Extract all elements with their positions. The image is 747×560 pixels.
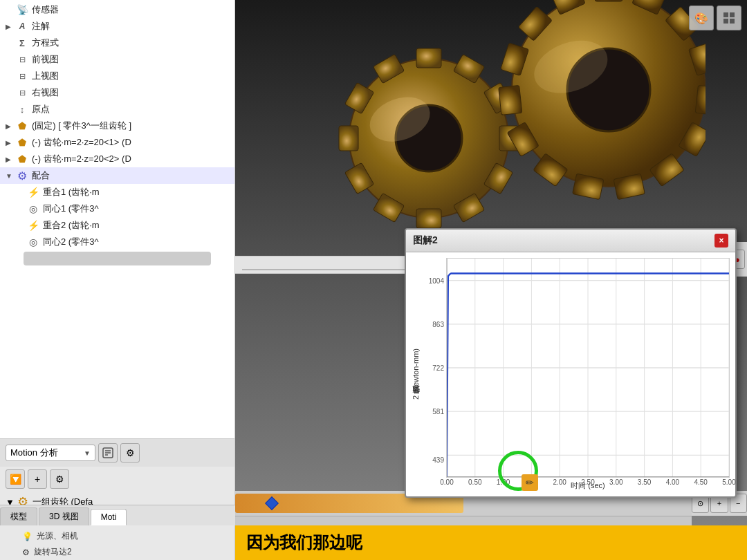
- front-view-icon: ⊟: [15, 53, 29, 66]
- x-tick-3.0: 3.00: [609, 477, 622, 486]
- sidebar-item-concentric1[interactable]: ◎ 同心1 (零件3^: [0, 200, 234, 217]
- sidebar-item-label-gear2: (-) 齿轮·m=2·z=20<2> (D: [32, 153, 131, 165]
- svg-rect-6: [416, 48, 441, 68]
- arrow-gear2: ▶: [6, 156, 15, 163]
- right-view-icon: ⊟: [15, 86, 29, 100]
- tab-3dview[interactable]: 3D 视图: [39, 507, 89, 525]
- motor-icon: ⚙: [22, 548, 30, 557]
- sensor-icon: 📡: [15, 3, 29, 17]
- sidebar-item-equation[interactable]: Σ 方程式: [0, 35, 234, 51]
- sidebar-item-front-view[interactable]: ⊟ 前视图: [0, 51, 234, 68]
- tab-motion-label: Moti: [101, 512, 117, 522]
- sidebar-item-annotation[interactable]: ▶ A 注解: [0, 18, 234, 35]
- sidebar-item-right-view[interactable]: ⊟ 右视图: [0, 84, 234, 101]
- origin-icon: ↕: [15, 102, 29, 116]
- status-bar: 因为我们那边呢: [235, 525, 747, 560]
- annotation-icon: A: [15, 19, 29, 33]
- color-picker-button[interactable]: 🎨: [689, 6, 714, 30]
- sidebar-item-coincident1[interactable]: ⚡ 重合1 (齿轮·m: [0, 184, 234, 200]
- x-tick-4.0: 4.00: [666, 477, 679, 486]
- y-tick-722: 722: [423, 364, 447, 372]
- chart-canvas: 1004 863 722 581 439 0.00 0.50 1.00 1.50…: [446, 258, 730, 478]
- fixed-part-icon: ⬟: [15, 119, 29, 133]
- chart-title: 图解2: [413, 234, 714, 247]
- filter-button[interactable]: 🔽: [6, 469, 25, 489]
- tab-bar: 模型 3D 视图 Moti: [0, 505, 235, 525]
- svg-rect-21: [595, 0, 622, 1]
- view-options-button[interactable]: [717, 6, 741, 30]
- x-tick-5.0: 5.00: [722, 477, 735, 486]
- concentric1-icon: ◎: [26, 202, 40, 216]
- tab-model[interactable]: 模型: [0, 507, 37, 525]
- y-tick-581: 581: [423, 408, 447, 416]
- app-window: 📡 传感器 ▶ A 注解 Σ 方程式 ⊟ 前视图: [0, 0, 747, 560]
- svg-rect-41: [730, 19, 735, 24]
- sub-item-light[interactable]: 💡 光源、相机: [0, 528, 234, 544]
- x-tick-1.0: 1.00: [497, 477, 510, 486]
- gear1-icon: ⬟: [15, 136, 29, 149]
- chevron-down-icon: ▼: [84, 449, 91, 457]
- x-tick-0: 0.00: [440, 477, 453, 486]
- sidebar-item-fixed-part[interactable]: ▶ ⬟ (固定) [ 零件3^一组齿轮 ]: [0, 118, 234, 134]
- x-tick-1.5: 1.50: [525, 477, 538, 486]
- sidebar-item-label-annotation: 注解: [32, 20, 50, 32]
- chart-popup: 图解2 × 马达力矩2 (newton-mm) 1004 863 722 581…: [405, 228, 737, 498]
- sidebar-item-label-match-group: 配合: [32, 169, 50, 182]
- sidebar-item-label-front-view: 前视图: [32, 53, 59, 66]
- sidebar-item-label-fixed-part: (固定) [ 零件3^一组齿轮 ]: [32, 120, 131, 132]
- sidebar-item-label-coincident1: 重合1 (齿轮·m: [43, 186, 100, 198]
- filter-add-button[interactable]: +: [28, 469, 47, 489]
- sidebar-item-concentric2[interactable]: ◎ 同心2 (零件3^: [0, 234, 234, 250]
- motion-selector-row: Motion 分析 ▼ ⚙: [0, 439, 234, 467]
- settings-button[interactable]: ⚙: [120, 443, 140, 463]
- motion-dropdown[interactable]: Motion 分析 ▼: [6, 445, 95, 461]
- sidebar-item-sensors[interactable]: 📡 传感器: [0, 1, 234, 18]
- svg-rect-39: [730, 12, 735, 17]
- sidebar-item-label-top-view: 上视图: [32, 70, 59, 82]
- tab-motion[interactable]: Moti: [91, 509, 127, 525]
- content-area: 📡 传感器 ▶ A 注解 Σ 方程式 ⊟ 前视图: [0, 0, 747, 560]
- concentric2-icon: ◎: [26, 235, 40, 249]
- sidebar-item-label-concentric2: 同心2 (零件3^: [43, 236, 99, 248]
- filter-settings-button[interactable]: ⚙: [50, 469, 69, 489]
- gear2-icon: ⬟: [15, 152, 29, 166]
- tab-3dview-label: 3D 视图: [49, 512, 79, 521]
- arrow-match-group: ▼: [6, 172, 15, 180]
- status-text: 因为我们那边呢: [246, 532, 362, 554]
- svg-rect-40: [723, 19, 728, 24]
- x-tick-3.5: 3.50: [638, 477, 651, 486]
- equation-icon: Σ: [15, 36, 29, 50]
- sidebar-item-origin[interactable]: ↕ 原点: [0, 101, 234, 118]
- chart-body: 马达力矩2 (newton-mm) 1004 863 722 581 439 0…: [406, 252, 735, 496]
- timeline-scrollbar[interactable]: [235, 516, 692, 525]
- sidebar-item-gear1[interactable]: ▶ ⬟ (-) 齿轮·m=2·z=20<1> (D: [0, 134, 234, 151]
- y-tick-439: 439: [423, 456, 447, 463]
- svg-rect-38: [723, 12, 728, 17]
- chart-line-svg: [447, 259, 729, 477]
- light-icon: 💡: [22, 532, 33, 541]
- viewport-toolbar: 🎨: [689, 6, 741, 30]
- sidebar: 📡 传感器 ▶ A 注解 Σ 方程式 ⊟ 前视图: [0, 0, 235, 560]
- top-view-icon: ⊟: [15, 69, 29, 83]
- sub-item-motor[interactable]: ⚙ 旋转马达2: [0, 544, 234, 560]
- sidebar-item-label-coincident2: 重合2 (齿轮·m: [43, 219, 100, 232]
- sidebar-item-top-view[interactable]: ⊟ 上视图: [0, 68, 234, 84]
- coincident1-icon: ⚡: [26, 185, 40, 199]
- grid-icon: [722, 11, 736, 25]
- sidebar-item-gear2[interactable]: ▶ ⬟ (-) 齿轮·m=2·z=20<2> (D: [0, 151, 234, 167]
- sidebar-item-label-gear1: (-) 齿轮·m=2·z=20<1> (D: [32, 136, 131, 149]
- sidebar-item-label-equation: 方程式: [32, 37, 59, 49]
- sidebar-scrollbar[interactable]: [24, 252, 211, 265]
- calculate-button[interactable]: [98, 443, 118, 463]
- calculate-icon: [102, 447, 113, 458]
- viewport: 🎨 ◀ ▶ ● 15 秒 20 秒: [235, 0, 747, 560]
- x-tick-4.5: 4.50: [694, 477, 707, 486]
- filter-row: 🔽 + ⚙: [0, 467, 234, 492]
- x-tick-2.5: 2.50: [581, 477, 594, 486]
- sidebar-item-match-group[interactable]: ▼ ⚙ 配合: [0, 167, 234, 184]
- tab-model-label: 模型: [10, 512, 27, 521]
- sidebar-item-label-origin: 原点: [32, 103, 50, 115]
- match-group-icon: ⚙: [15, 169, 29, 183]
- sidebar-item-coincident2[interactable]: ⚡ 重合2 (齿轮·m: [0, 217, 234, 234]
- chart-close-button[interactable]: ×: [714, 234, 728, 248]
